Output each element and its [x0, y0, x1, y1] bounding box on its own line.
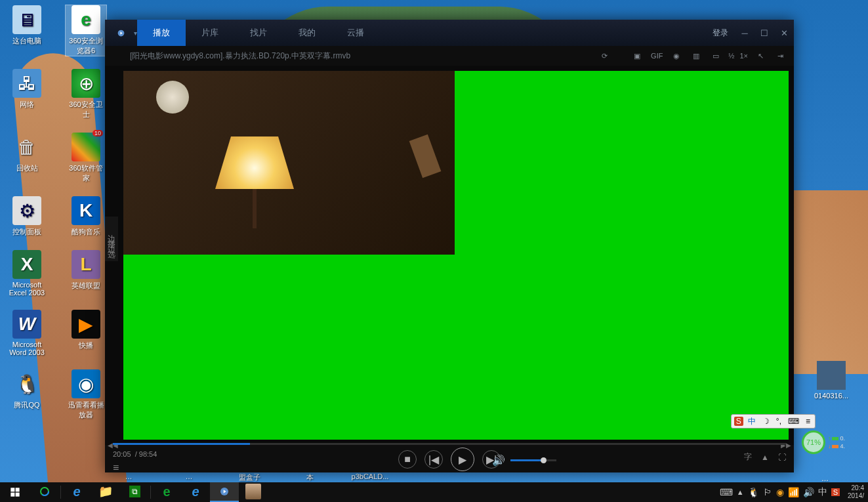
tab-my[interactable]: 我的 [283, 20, 331, 46]
battery-widget[interactable]: 71% ↑0. ↓4. [802, 430, 845, 454]
tab-cloud[interactable]: 云播 [331, 20, 380, 46]
card-icon[interactable]: ▭ [709, 49, 723, 63]
popout-icon[interactable]: ↖ [753, 49, 768, 63]
tab-play[interactable]: 播放 [137, 20, 186, 46]
taskbar-item-store[interactable]: ⧉ [120, 482, 149, 502]
player-logo-icon[interactable] [105, 20, 136, 46]
tray-wifi-icon[interactable]: 📶 [788, 487, 799, 497]
video-surface[interactable] [123, 71, 789, 440]
taskbar-item-360[interactable]: e [152, 482, 181, 502]
camera-icon[interactable]: ◉ [669, 49, 684, 63]
tray-clock[interactable]: 20:42014/ [844, 484, 864, 500]
desktop-icon-file[interactable]: 0140316... [814, 361, 848, 400]
player-titlebar[interactable]: ▾ 播放 片库 找片 我的 云播 登录 ─ ☐ ✕ [105, 20, 794, 46]
svg-rect-4 [16, 493, 20, 497]
fullscreen-icon[interactable]: ⛶ [778, 453, 786, 462]
player-stage: 边播边选 [105, 66, 794, 445]
taskbar-item-ie2[interactable]: e [181, 482, 210, 502]
desktop-icon-360-software[interactable]: 10360软件管家 [66, 133, 106, 183]
playlist-icon[interactable]: ≡ [113, 462, 119, 474]
login-link[interactable]: 登录 [706, 28, 735, 39]
prev-button[interactable]: |◀ [424, 450, 443, 469]
desktop-icon-xunlei[interactable]: ◉迅雷看看播放器 [66, 369, 106, 420]
tray-ime-icon[interactable]: 中 [818, 486, 827, 498]
taskbar-item-360browser[interactable] [30, 482, 59, 502]
progress-bar[interactable] [113, 443, 786, 445]
subtitle-button[interactable]: 字 [744, 451, 752, 463]
desktop-icon-this-pc[interactable]: 🖥这台电脑 [7, 5, 47, 56]
desktop-icon-network[interactable]: 🖧网络 [7, 69, 47, 119]
taskbar: e 📁 ⧉ e e ⌨ ▲ 🐧 🏳 ◉ 📶 🔊 中 S 20:42014/ [0, 482, 868, 502]
svg-rect-1 [10, 488, 14, 492]
play-button[interactable]: ▶ [451, 448, 474, 471]
desktop-icon-control-panel[interactable]: ⚙控制面板 [7, 196, 47, 237]
volume-thumb[interactable] [541, 457, 547, 463]
svg-rect-3 [10, 493, 14, 497]
tray-qq-icon[interactable]: 🐧 [748, 487, 759, 497]
tray-flag-icon[interactable]: 🏳 [763, 487, 772, 497]
desktop-icons: 🖥这台电脑 e360安全浏览器6 🖧网络 ⊕360安全卫士 🗑回收站 10360… [7, 5, 106, 433]
ime-punct-button[interactable]: °, [774, 417, 783, 426]
desktop-icon-excel[interactable]: XMicrosoft Excel 2003 [7, 250, 47, 297]
system-tray: ⌨ ▲ 🐧 🏳 ◉ 📶 🔊 中 S 20:42014/ [720, 484, 868, 500]
tray-up-icon[interactable]: ▲ [737, 488, 744, 496]
desktop-icon-360-browser[interactable]: e360安全浏览器6 [66, 5, 106, 56]
start-button[interactable] [0, 482, 30, 502]
desktop-icon-recycle-bin[interactable]: 🗑回收站 [7, 133, 47, 183]
desktop-icon-360-safe[interactable]: ⊕360安全卫士 [66, 69, 106, 119]
time-display: 20:05 / 98:54 [113, 450, 157, 458]
maximize-button[interactable]: ☐ [754, 20, 774, 46]
tray-volume-icon[interactable]: 🔊 [803, 487, 814, 497]
ime-keyboard-icon[interactable]: ⌨ [786, 417, 801, 426]
desktop-peek-labels: ……盟盒子本p3bCALD... [108, 472, 390, 482]
player-infobar: [阳光电影www.ygdy8.com].暴力执法.BD.720p.中英双字幕.r… [105, 46, 794, 66]
progress-fill [113, 443, 250, 445]
volume-icon[interactable]: 🔊 [492, 454, 505, 467]
stop-button[interactable]: ■ [398, 450, 417, 469]
gif-button[interactable]: GIF [650, 49, 664, 63]
desktop-icon-lol[interactable]: L英雄联盟 [66, 250, 106, 297]
player-controls: ◀◀ ▶▶ 20:05 / 98:54 ≡ ■ |◀ ▶ ▶| 🔊 字 ▲ ⛶ [105, 445, 794, 472]
ime-brand-icon[interactable]: S [734, 417, 743, 426]
tray-360-icon[interactable]: ◉ [776, 487, 784, 497]
ime-menu-icon[interactable]: ≡ [804, 417, 812, 426]
battery-percent: 71% [802, 430, 825, 454]
tray-keyboard-icon[interactable]: ⌨ [720, 487, 733, 497]
ime-moon-icon[interactable]: ☽ [760, 417, 772, 426]
filename-label: [阳光电影www.ygdy8.com].暴力执法.BD.720p.中英双字幕.r… [130, 51, 350, 62]
desktop-peek-right: … [821, 474, 829, 482]
taskbar-item-explorer[interactable]: 📁 [91, 482, 120, 502]
barcode-icon[interactable]: ▥ [689, 49, 703, 63]
volume-control[interactable]: 🔊 [492, 454, 556, 467]
refresh-icon[interactable]: ⟳ [597, 49, 611, 63]
pin-icon[interactable]: ⇥ [773, 49, 787, 63]
ratio-one-button[interactable]: 1× [739, 52, 748, 60]
ratio-half-button[interactable]: ½ [728, 52, 734, 60]
desktop-icon-kugou[interactable]: K酷狗音乐 [66, 196, 106, 237]
tab-library[interactable]: 片库 [186, 20, 234, 46]
desktop-icon-kuaibo[interactable]: ▶快播 [66, 310, 106, 356]
svg-rect-2 [16, 488, 20, 492]
minimize-button[interactable]: ─ [735, 20, 754, 46]
desktop-icon-qq[interactable]: 🐧腾讯QQ [7, 369, 47, 420]
ime-floating-bar[interactable]: S 中 ☽ °, ⌨ ≡ [731, 414, 816, 429]
desktop-icon-word[interactable]: WMicrosoft Word 2003 [7, 310, 47, 356]
video-frame-content [123, 71, 455, 255]
ime-lang-button[interactable]: 中 [746, 416, 758, 427]
taskbar-item-avatar[interactable] [239, 482, 268, 502]
close-button[interactable]: ✕ [774, 20, 794, 46]
eject-icon[interactable]: ▲ [761, 453, 769, 462]
media-player-window: ▾ 播放 片库 找片 我的 云播 登录 ─ ☐ ✕ [阳光电影www.ygdy8… [105, 20, 794, 472]
tray-sogou-icon[interactable]: S [831, 488, 840, 496]
taskbar-item-ie[interactable]: e [62, 482, 91, 502]
side-tab-select[interactable]: 边播边选 [105, 217, 118, 261]
battery-bars: ↑0. ↓4. [828, 435, 845, 450]
box-icon[interactable]: ▣ [630, 49, 644, 63]
taskbar-item-player[interactable] [210, 482, 239, 502]
tab-find[interactable]: 找片 [234, 20, 283, 46]
